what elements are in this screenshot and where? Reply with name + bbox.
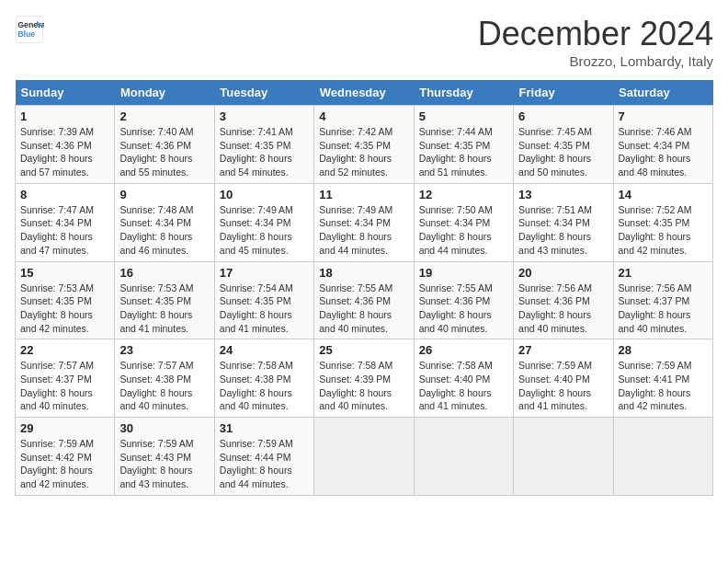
day-number: 1 [20,109,109,123]
calendar-cell [613,418,712,496]
day-number: 12 [419,188,508,201]
day-number: 7 [619,109,708,123]
day-number: 23 [119,343,209,357]
calendar-cell: 8Sunrise: 7:47 AMSunset: 4:34 PMDaylight… [16,183,115,261]
day-header-tuesday: Tuesday [214,80,313,106]
day-info: Sunrise: 7:59 AMSunset: 4:41 PMDaylight:… [619,359,708,413]
day-number: 9 [119,188,209,201]
calendar-week-row: 8Sunrise: 7:47 AMSunset: 4:34 PMDaylight… [16,183,713,261]
calendar-week-row: 22Sunrise: 7:57 AMSunset: 4:37 PMDayligh… [16,339,713,418]
day-info: Sunrise: 7:39 AMSunset: 4:36 PMDaylight:… [20,125,109,179]
day-number: 18 [319,266,408,280]
calendar-cell: 18Sunrise: 7:55 AMSunset: 4:36 PMDayligh… [314,261,414,339]
day-number: 21 [619,266,708,280]
calendar-cell [414,418,513,496]
calendar-cell: 4Sunrise: 7:42 AMSunset: 4:35 PMDaylight… [314,106,414,184]
calendar-cell: 6Sunrise: 7:45 AMSunset: 4:35 PMDaylight… [514,106,613,184]
calendar-cell: 3Sunrise: 7:41 AMSunset: 4:35 PMDaylight… [214,106,313,184]
day-number: 30 [119,421,209,435]
day-number: 26 [419,343,508,357]
calendar-cell: 12Sunrise: 7:50 AMSunset: 4:34 PMDayligh… [414,183,513,261]
day-info: Sunrise: 7:59 AMSunset: 4:43 PMDaylight:… [119,437,209,491]
day-info: Sunrise: 7:42 AMSunset: 4:35 PMDaylight:… [319,125,408,179]
day-info: Sunrise: 7:46 AMSunset: 4:34 PMDaylight:… [619,125,708,179]
calendar-cell: 26Sunrise: 7:58 AMSunset: 4:40 PMDayligh… [414,339,513,418]
day-info: Sunrise: 7:44 AMSunset: 4:35 PMDaylight:… [419,125,508,179]
day-number: 6 [518,109,608,123]
day-header-sunday: Sunday [16,80,115,106]
day-number: 27 [518,343,608,357]
logo: General Blue [15,15,44,44]
page-header: General Blue December 2024 Brozzo, Lomba… [15,15,713,69]
day-number: 2 [119,109,209,123]
calendar-cell: 9Sunrise: 7:48 AMSunset: 4:34 PMDaylight… [115,183,214,261]
day-info: Sunrise: 7:59 AMSunset: 4:44 PMDaylight:… [220,437,309,491]
day-number: 15 [20,266,109,280]
day-info: Sunrise: 7:54 AMSunset: 4:35 PMDaylight:… [220,282,309,336]
day-info: Sunrise: 7:58 AMSunset: 4:38 PMDaylight:… [220,359,309,413]
day-number: 16 [119,266,209,280]
day-info: Sunrise: 7:58 AMSunset: 4:40 PMDaylight:… [419,359,508,413]
day-number: 19 [419,266,508,280]
day-number: 25 [319,343,408,357]
day-number: 4 [319,109,408,123]
calendar-cell: 28Sunrise: 7:59 AMSunset: 4:41 PMDayligh… [613,339,712,418]
day-info: Sunrise: 7:53 AMSunset: 4:35 PMDaylight:… [119,282,209,336]
day-info: Sunrise: 7:40 AMSunset: 4:36 PMDaylight:… [119,125,209,179]
day-number: 20 [518,266,608,280]
calendar-cell: 14Sunrise: 7:52 AMSunset: 4:35 PMDayligh… [613,183,712,261]
day-number: 10 [220,188,309,201]
day-info: Sunrise: 7:57 AMSunset: 4:37 PMDaylight:… [20,359,109,413]
day-number: 22 [20,343,109,357]
day-header-wednesday: Wednesday [314,80,414,106]
day-number: 14 [619,188,708,201]
calendar-cell: 2Sunrise: 7:40 AMSunset: 4:36 PMDaylight… [115,106,214,184]
calendar-cell: 27Sunrise: 7:59 AMSunset: 4:40 PMDayligh… [514,339,613,418]
calendar-cell: 10Sunrise: 7:49 AMSunset: 4:34 PMDayligh… [214,183,313,261]
calendar-cell: 13Sunrise: 7:51 AMSunset: 4:34 PMDayligh… [514,183,613,261]
day-info: Sunrise: 7:57 AMSunset: 4:38 PMDaylight:… [119,359,209,413]
day-info: Sunrise: 7:45 AMSunset: 4:35 PMDaylight:… [518,125,608,179]
day-info: Sunrise: 7:50 AMSunset: 4:34 PMDaylight:… [419,203,508,258]
day-info: Sunrise: 7:41 AMSunset: 4:35 PMDaylight:… [220,125,309,179]
day-info: Sunrise: 7:56 AMSunset: 4:36 PMDaylight:… [518,282,608,336]
day-number: 8 [20,188,109,201]
day-info: Sunrise: 7:51 AMSunset: 4:34 PMDaylight:… [518,203,608,258]
day-number: 24 [220,343,309,357]
day-info: Sunrise: 7:58 AMSunset: 4:39 PMDaylight:… [319,359,408,413]
day-number: 28 [619,343,708,357]
calendar-cell: 29Sunrise: 7:59 AMSunset: 4:42 PMDayligh… [16,418,115,496]
day-info: Sunrise: 7:59 AMSunset: 4:42 PMDaylight:… [20,437,109,491]
day-header-thursday: Thursday [414,80,513,106]
calendar-week-row: 29Sunrise: 7:59 AMSunset: 4:42 PMDayligh… [16,418,713,496]
day-info: Sunrise: 7:48 AMSunset: 4:34 PMDaylight:… [119,203,209,258]
calendar-cell: 17Sunrise: 7:54 AMSunset: 4:35 PMDayligh… [214,261,313,339]
day-number: 13 [518,188,608,201]
calendar-cell: 22Sunrise: 7:57 AMSunset: 4:37 PMDayligh… [16,339,115,418]
calendar-cell: 5Sunrise: 7:44 AMSunset: 4:35 PMDaylight… [414,106,513,184]
day-number: 29 [20,421,109,435]
day-info: Sunrise: 7:56 AMSunset: 4:37 PMDaylight:… [619,282,708,336]
day-header-friday: Friday [514,80,613,106]
day-info: Sunrise: 7:53 AMSunset: 4:35 PMDaylight:… [20,282,109,336]
calendar-cell: 20Sunrise: 7:56 AMSunset: 4:36 PMDayligh… [514,261,613,339]
calendar-cell: 11Sunrise: 7:49 AMSunset: 4:34 PMDayligh… [314,183,414,261]
day-info: Sunrise: 7:49 AMSunset: 4:34 PMDaylight:… [220,203,309,258]
logo-icon: General Blue [15,15,44,44]
month-title: December 2024 [478,15,713,53]
calendar-cell: 23Sunrise: 7:57 AMSunset: 4:38 PMDayligh… [115,339,214,418]
calendar-cell: 15Sunrise: 7:53 AMSunset: 4:35 PMDayligh… [16,261,115,339]
day-number: 11 [319,188,408,201]
title-area: December 2024 Brozzo, Lombardy, Italy [478,15,713,69]
calendar-cell: 24Sunrise: 7:58 AMSunset: 4:38 PMDayligh… [214,339,313,418]
day-info: Sunrise: 7:55 AMSunset: 4:36 PMDaylight:… [319,282,408,336]
day-info: Sunrise: 7:59 AMSunset: 4:40 PMDaylight:… [518,359,608,413]
calendar-cell: 19Sunrise: 7:55 AMSunset: 4:36 PMDayligh… [414,261,513,339]
calendar-table: SundayMondayTuesdayWednesdayThursdayFrid… [15,80,713,496]
svg-text:Blue: Blue [17,29,35,39]
day-header-saturday: Saturday [613,80,712,106]
day-number: 3 [220,109,309,123]
calendar-header-row: SundayMondayTuesdayWednesdayThursdayFrid… [16,80,713,106]
location-subtitle: Brozzo, Lombardy, Italy [478,53,713,69]
day-info: Sunrise: 7:49 AMSunset: 4:34 PMDaylight:… [319,203,408,258]
